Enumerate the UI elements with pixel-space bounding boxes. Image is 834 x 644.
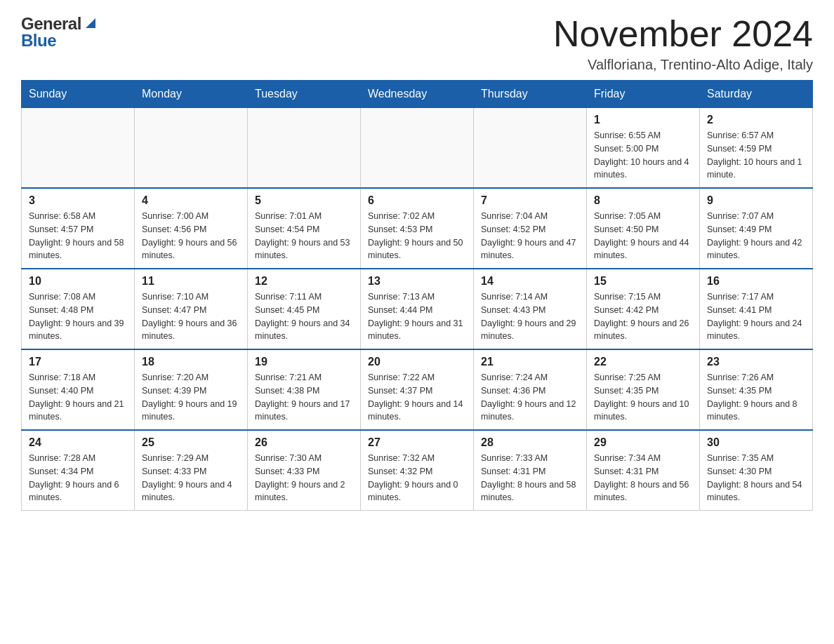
- logo-triangle-icon: [83, 15, 98, 31]
- day-info: Sunrise: 7:21 AMSunset: 4:38 PMDaylight:…: [255, 371, 353, 424]
- day-number: 19: [255, 356, 353, 368]
- calendar-cell: 28Sunrise: 7:33 AMSunset: 4:31 PMDayligh…: [474, 430, 587, 511]
- calendar-cell: 13Sunrise: 7:13 AMSunset: 4:44 PMDayligh…: [361, 269, 474, 349]
- day-header-saturday: Saturday: [700, 81, 813, 108]
- day-info: Sunrise: 6:55 AMSunset: 5:00 PMDaylight:…: [594, 129, 692, 182]
- day-info: Sunrise: 7:22 AMSunset: 4:37 PMDaylight:…: [368, 371, 466, 424]
- calendar-cell: 14Sunrise: 7:14 AMSunset: 4:43 PMDayligh…: [474, 269, 587, 349]
- day-number: 9: [707, 194, 805, 207]
- calendar-table: SundayMondayTuesdayWednesdayThursdayFrid…: [21, 80, 813, 511]
- day-number: 28: [481, 436, 579, 449]
- day-number: 10: [29, 275, 127, 288]
- calendar-cell: [248, 108, 361, 189]
- title-area: November 2024 Valfloriana, Trentino-Alto…: [553, 14, 813, 73]
- day-info: Sunrise: 7:02 AMSunset: 4:53 PMDaylight:…: [368, 210, 466, 262]
- day-info: Sunrise: 7:01 AMSunset: 4:54 PMDaylight:…: [255, 210, 353, 262]
- day-number: 25: [142, 436, 240, 449]
- day-number: 6: [368, 194, 466, 207]
- day-number: 2: [707, 114, 805, 126]
- day-number: 13: [368, 275, 466, 288]
- calendar-cell: 1Sunrise: 6:55 AMSunset: 5:00 PMDaylight…: [587, 108, 700, 189]
- calendar-cell: 5Sunrise: 7:01 AMSunset: 4:54 PMDaylight…: [248, 188, 361, 269]
- day-number: 24: [29, 436, 127, 449]
- calendar-cell: 2Sunrise: 6:57 AMSunset: 4:59 PMDaylight…: [700, 108, 813, 189]
- calendar-cell: 18Sunrise: 7:20 AMSunset: 4:39 PMDayligh…: [135, 349, 248, 430]
- calendar-cell: 17Sunrise: 7:18 AMSunset: 4:40 PMDayligh…: [22, 349, 135, 430]
- week-row-5: 24Sunrise: 7:28 AMSunset: 4:34 PMDayligh…: [22, 430, 813, 511]
- calendar-cell: 15Sunrise: 7:15 AMSunset: 4:42 PMDayligh…: [587, 269, 700, 349]
- day-number: 14: [481, 275, 579, 288]
- day-number: 3: [29, 194, 127, 207]
- day-info: Sunrise: 7:34 AMSunset: 4:31 PMDaylight:…: [594, 452, 692, 504]
- day-info: Sunrise: 7:18 AMSunset: 4:40 PMDaylight:…: [29, 371, 127, 424]
- day-header-sunday: Sunday: [22, 81, 135, 108]
- week-row-4: 17Sunrise: 7:18 AMSunset: 4:40 PMDayligh…: [22, 349, 813, 430]
- day-number: 29: [594, 436, 692, 449]
- header: General Blue November 2024 Valfloriana, …: [21, 14, 813, 73]
- calendar-cell: [22, 108, 135, 189]
- calendar-cell: 21Sunrise: 7:24 AMSunset: 4:36 PMDayligh…: [474, 349, 587, 430]
- calendar-header-row: SundayMondayTuesdayWednesdayThursdayFrid…: [22, 81, 813, 108]
- day-number: 1: [594, 114, 692, 126]
- calendar-cell: 26Sunrise: 7:30 AMSunset: 4:33 PMDayligh…: [248, 430, 361, 511]
- week-row-3: 10Sunrise: 7:08 AMSunset: 4:48 PMDayligh…: [22, 269, 813, 349]
- day-number: 23: [707, 356, 805, 368]
- day-info: Sunrise: 7:28 AMSunset: 4:34 PMDaylight:…: [29, 452, 127, 504]
- calendar-cell: [361, 108, 474, 189]
- calendar-cell: 30Sunrise: 7:35 AMSunset: 4:30 PMDayligh…: [700, 430, 813, 511]
- day-number: 27: [368, 436, 466, 449]
- calendar-cell: 27Sunrise: 7:32 AMSunset: 4:32 PMDayligh…: [361, 430, 474, 511]
- day-info: Sunrise: 7:13 AMSunset: 4:44 PMDaylight:…: [368, 290, 466, 343]
- day-number: 12: [255, 275, 353, 288]
- day-header-friday: Friday: [587, 81, 700, 108]
- svg-marker-0: [86, 18, 95, 28]
- day-header-thursday: Thursday: [474, 81, 587, 108]
- day-number: 18: [142, 356, 240, 368]
- logo: General Blue: [21, 14, 98, 51]
- day-info: Sunrise: 7:14 AMSunset: 4:43 PMDaylight:…: [481, 290, 579, 343]
- day-info: Sunrise: 7:25 AMSunset: 4:35 PMDaylight:…: [594, 371, 692, 424]
- calendar-cell: 8Sunrise: 7:05 AMSunset: 4:50 PMDaylight…: [587, 188, 700, 269]
- month-title: November 2024: [553, 14, 813, 54]
- day-number: 16: [707, 275, 805, 288]
- logo-blue-text: Blue: [21, 31, 56, 51]
- day-number: 26: [255, 436, 353, 449]
- calendar-cell: 11Sunrise: 7:10 AMSunset: 4:47 PMDayligh…: [135, 269, 248, 349]
- day-info: Sunrise: 6:58 AMSunset: 4:57 PMDaylight:…: [29, 210, 127, 262]
- calendar-cell: 24Sunrise: 7:28 AMSunset: 4:34 PMDayligh…: [22, 430, 135, 511]
- day-number: 17: [29, 356, 127, 368]
- calendar-cell: 29Sunrise: 7:34 AMSunset: 4:31 PMDayligh…: [587, 430, 700, 511]
- day-info: Sunrise: 7:07 AMSunset: 4:49 PMDaylight:…: [707, 210, 805, 262]
- day-number: 15: [594, 275, 692, 288]
- location-subtitle: Valfloriana, Trentino-Alto Adige, Italy: [553, 57, 813, 73]
- calendar-cell: 20Sunrise: 7:22 AMSunset: 4:37 PMDayligh…: [361, 349, 474, 430]
- day-header-monday: Monday: [135, 81, 248, 108]
- calendar-cell: 22Sunrise: 7:25 AMSunset: 4:35 PMDayligh…: [587, 349, 700, 430]
- day-info: Sunrise: 7:29 AMSunset: 4:33 PMDaylight:…: [142, 452, 240, 504]
- calendar-cell: 25Sunrise: 7:29 AMSunset: 4:33 PMDayligh…: [135, 430, 248, 511]
- day-info: Sunrise: 7:35 AMSunset: 4:30 PMDaylight:…: [707, 452, 805, 504]
- day-number: 7: [481, 194, 579, 207]
- day-header-wednesday: Wednesday: [361, 81, 474, 108]
- day-header-tuesday: Tuesday: [248, 81, 361, 108]
- week-row-2: 3Sunrise: 6:58 AMSunset: 4:57 PMDaylight…: [22, 188, 813, 269]
- day-info: Sunrise: 7:11 AMSunset: 4:45 PMDaylight:…: [255, 290, 353, 343]
- calendar-cell: 23Sunrise: 7:26 AMSunset: 4:35 PMDayligh…: [700, 349, 813, 430]
- calendar-cell: 9Sunrise: 7:07 AMSunset: 4:49 PMDaylight…: [700, 188, 813, 269]
- day-info: Sunrise: 7:33 AMSunset: 4:31 PMDaylight:…: [481, 452, 579, 504]
- day-info: Sunrise: 7:17 AMSunset: 4:41 PMDaylight:…: [707, 290, 805, 343]
- calendar-cell: 12Sunrise: 7:11 AMSunset: 4:45 PMDayligh…: [248, 269, 361, 349]
- day-info: Sunrise: 7:08 AMSunset: 4:48 PMDaylight:…: [29, 290, 127, 343]
- day-number: 8: [594, 194, 692, 207]
- day-number: 5: [255, 194, 353, 207]
- day-info: Sunrise: 7:26 AMSunset: 4:35 PMDaylight:…: [707, 371, 805, 424]
- day-info: Sunrise: 7:15 AMSunset: 4:42 PMDaylight:…: [594, 290, 692, 343]
- day-info: Sunrise: 7:04 AMSunset: 4:52 PMDaylight:…: [481, 210, 579, 262]
- week-row-1: 1Sunrise: 6:55 AMSunset: 5:00 PMDaylight…: [22, 108, 813, 189]
- day-number: 21: [481, 356, 579, 368]
- day-info: Sunrise: 7:10 AMSunset: 4:47 PMDaylight:…: [142, 290, 240, 343]
- calendar-cell: 4Sunrise: 7:00 AMSunset: 4:56 PMDaylight…: [135, 188, 248, 269]
- calendar-cell: [474, 108, 587, 189]
- calendar-cell: [135, 108, 248, 189]
- day-info: Sunrise: 7:05 AMSunset: 4:50 PMDaylight:…: [594, 210, 692, 262]
